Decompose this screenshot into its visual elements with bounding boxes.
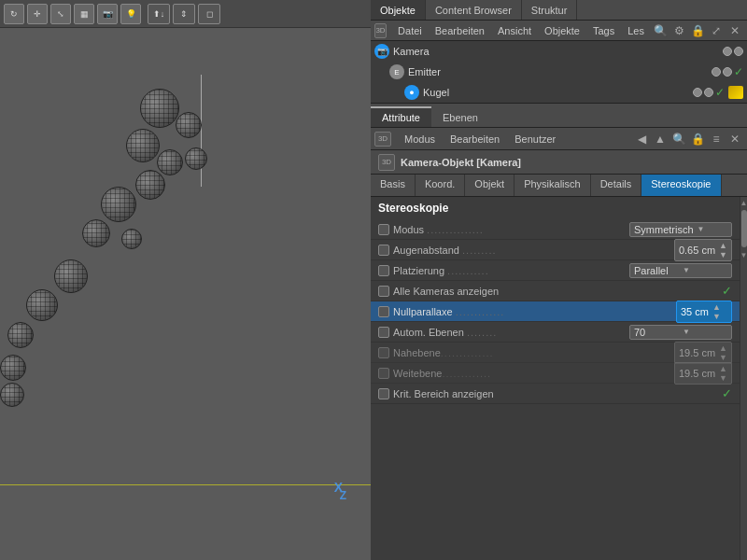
properties-scrollbar: ▲ ▼ [740, 197, 747, 560]
sphere-object [126, 129, 160, 162]
tree-item-emitter[interactable]: E Emitter ✓ [371, 62, 747, 82]
sphere-object [0, 383, 24, 407]
camera-icon: 📷 [374, 44, 389, 59]
attr-3d-icon: 3D [374, 132, 391, 147]
scroll-up-icon[interactable]: ▲ [740, 197, 748, 208]
platzierung-checkbox[interactable] [378, 265, 389, 276]
kamera-label: Kamera [393, 46, 719, 57]
nullparallaxe-checkbox[interactable] [378, 306, 389, 317]
tab-basis[interactable]: Basis [371, 175, 416, 196]
scroll-down-icon[interactable]: ▼ [740, 249, 748, 260]
attr-lock-icon[interactable]: 🔒 [689, 131, 706, 147]
alle-kameras-checkbox[interactable] [378, 286, 389, 297]
sphere-object [176, 112, 202, 138]
krit-bereich-checkbox[interactable] [378, 388, 389, 399]
kugel-render-dot [704, 88, 713, 97]
tab-objekte[interactable]: Objekte [371, 0, 426, 20]
augenabstand-checkbox[interactable] [378, 245, 389, 256]
scale-tool-icon[interactable]: ⤡ [50, 4, 71, 24]
tab-koord[interactable]: Koord. [416, 175, 465, 196]
top-tabs: Objekte Content Browser Struktur [371, 0, 747, 21]
material-preview-icon [728, 86, 743, 99]
tab-details[interactable]: Details [591, 175, 642, 196]
tab-stereoskopie[interactable]: Stereoskopie [641, 175, 721, 196]
render-icon[interactable]: ◻ [198, 4, 220, 24]
nullparallaxe-spin-icon[interactable]: ▲▼ [712, 302, 721, 321]
camera-icon[interactable]: 📷 [97, 4, 118, 24]
arrow-up-icon[interactable]: ▲ [652, 131, 669, 147]
sphere-object [82, 219, 110, 247]
sphere-object [101, 187, 136, 222]
prop-weitebene-row: Weitebene............. 19.5 cm ▲▼ [371, 363, 740, 384]
menu-bearbeiten[interactable]: Bearbeiten [430, 23, 490, 38]
nullparallaxe-label: Nullparallaxe ............. [393, 306, 676, 317]
kugel-sphere-icon: ● [404, 85, 419, 100]
menu-objekte[interactable]: Objekte [539, 23, 585, 38]
tab-objekt[interactable]: Objekt [465, 175, 514, 196]
attribute-toolbar: 3D Modus Bearbeiten Benutzer ◀ ▲ 🔍 🔒 ≡ ✕ [371, 128, 747, 150]
ground-line [0, 484, 371, 485]
menu-right-icons: 🔍 ⚙ 🔒 ⤢ ✕ [652, 22, 743, 39]
modus-dropdown[interactable]: Symmetrisch ▼ [629, 222, 732, 237]
attr-search-icon[interactable]: 🔍 [670, 131, 687, 147]
nahebene-input: 19.5 cm ▲▼ [674, 342, 732, 364]
prop-autom-ebenen-row: Autom. Ebenen ........ 70 ▼ [371, 322, 740, 343]
expand-icon[interactable]: ⤢ [708, 22, 725, 39]
lock-icon[interactable]: 🔒 [689, 22, 706, 39]
frame-tool-icon[interactable]: ▦ [74, 4, 94, 24]
attr-close-icon[interactable]: ✕ [726, 131, 743, 147]
kugel-vis-dot [693, 88, 702, 97]
viewport[interactable]: ↻ ✛ ⤡ ▦ 📷 💡 ⬆↓ ⇕ ◻ [0, 0, 371, 560]
attr-toolbar-right: ◀ ▲ 🔍 🔒 ≡ ✕ [633, 131, 743, 147]
tab-content-browser[interactable]: Content Browser [426, 0, 522, 20]
vis-dot [712, 67, 721, 77]
move-tool-icon[interactable]: ✛ [27, 4, 48, 24]
light-icon[interactable]: 💡 [120, 4, 141, 24]
tab-struktur[interactable]: Struktur [522, 0, 578, 20]
properties-content-area: Stereoskopie Modus ............... Symme… [371, 197, 740, 560]
modus-label: Modus ............... [393, 224, 629, 235]
menu-tags[interactable]: Tags [587, 23, 620, 38]
augenabstand-input[interactable]: 0.65 cm ▲▼ [674, 239, 732, 261]
prop-modus-row: Modus ............... Symmetrisch ▼ [371, 219, 740, 240]
autom-ebenen-checkbox[interactable] [378, 327, 389, 338]
emitter-icon: E [389, 64, 404, 79]
menu-les[interactable]: Les [622, 23, 650, 38]
object-tree: 📷 Kamera E Emitter ✓ ● Kuge [371, 41, 747, 104]
modus-checkbox[interactable] [378, 224, 389, 235]
viewport-toolbar: ↻ ✛ ⤡ ▦ 📷 💡 ⬆↓ ⇕ ◻ [0, 0, 371, 28]
nullparallaxe-input[interactable]: 35 cm ▲▼ [676, 301, 732, 323]
tab-ebenen[interactable]: Ebenen [431, 108, 489, 127]
viewport-panel: ↻ ✛ ⤡ ▦ 📷 💡 ⬆↓ ⇕ ◻ [0, 0, 371, 560]
scroll-thumb[interactable] [741, 210, 747, 247]
move-arrows-icon[interactable]: ⬆↓ [148, 4, 170, 24]
platzierung-dropdown[interactable]: Parallel ▼ [629, 263, 732, 278]
tab-physikalisch[interactable]: Physikalisch [514, 175, 591, 196]
weitebene-spin-icon: ▲▼ [719, 364, 727, 383]
autom-ebenen-dropdown[interactable]: 70 ▼ [629, 325, 732, 340]
prop-nahebene-row: Nahebene.............. 19.5 cm ▲▼ [371, 343, 740, 363]
attr-settings-icon[interactable]: ≡ [708, 131, 725, 147]
main-layout: ↻ ✛ ⤡ ▦ 📷 💡 ⬆↓ ⇕ ◻ [0, 0, 747, 560]
arrow-left-icon[interactable]: ◀ [633, 131, 650, 147]
tree-item-kamera[interactable]: 📷 Kamera [371, 41, 747, 62]
tree-item-kugel[interactable]: ● Kugel ✓ [371, 82, 747, 103]
search-icon[interactable]: 🔍 [652, 22, 669, 39]
sphere-object [121, 229, 142, 249]
spin-arrows-icon[interactable]: ▲▼ [719, 241, 727, 259]
settings-icon[interactable]: ⚙ [670, 22, 687, 39]
crosshair-vertical [201, 75, 202, 187]
attr-modus[interactable]: Modus [399, 132, 441, 147]
attr-bearbeiten[interactable]: Bearbeiten [444, 132, 505, 147]
menu-ansicht[interactable]: Ansicht [492, 23, 537, 38]
sphere-object [140, 89, 179, 128]
kugel-check-icon: ✓ [715, 86, 725, 99]
tab-attribute[interactable]: Attribute [371, 106, 431, 127]
menu-datei[interactable]: Datei [392, 23, 428, 38]
kamera-status-icons [723, 47, 743, 56]
rotate-tool-icon[interactable]: ↻ [4, 4, 24, 24]
attr-benutzer[interactable]: Benutzer [509, 132, 561, 147]
close-icon[interactable]: ✕ [726, 22, 743, 39]
render-dot-gray [734, 47, 743, 56]
transform-icon[interactable]: ⇕ [173, 4, 195, 24]
